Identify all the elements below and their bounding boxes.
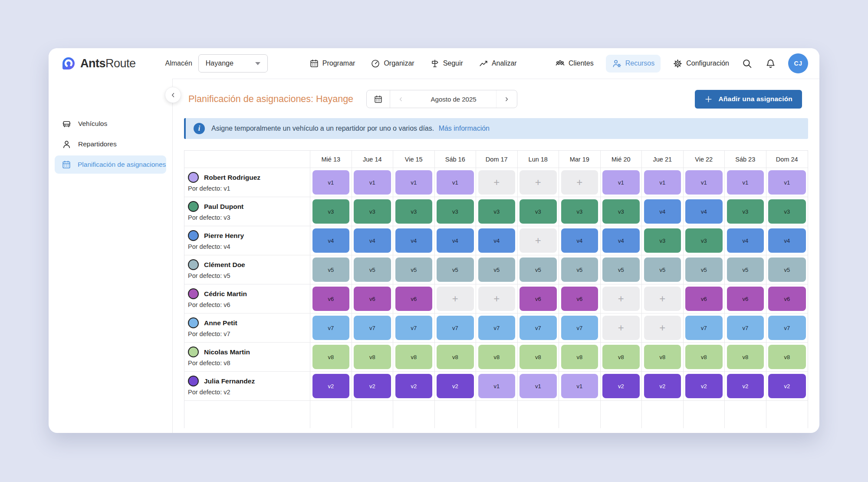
sidebar-collapse-button[interactable]: [165, 87, 181, 103]
assignment-chip[interactable]: v2: [727, 374, 764, 398]
assignment-chip[interactable]: v6: [727, 287, 764, 311]
assignment-cell[interactable]: v2: [310, 372, 352, 401]
assignment-chip[interactable]: v5: [768, 258, 806, 282]
assignment-cell[interactable]: v6: [310, 284, 352, 314]
assignment-cell[interactable]: v8: [601, 343, 642, 372]
assignment-chip[interactable]: v5: [644, 258, 681, 282]
assignment-chip[interactable]: v8: [727, 345, 764, 369]
assignment-cell[interactable]: v2: [684, 372, 725, 401]
nav-item-recursos[interactable]: Recursos: [606, 55, 661, 73]
assignment-chip[interactable]: v2: [437, 374, 474, 398]
assignment-cell[interactable]: v2: [725, 372, 766, 401]
assignment-chip[interactable]: v2: [685, 374, 723, 398]
assignment-cell[interactable]: v2: [766, 372, 808, 401]
assignment-chip[interactable]: v4: [602, 228, 640, 253]
assignment-cell[interactable]: v8: [684, 343, 725, 372]
assignment-cell[interactable]: v5: [518, 255, 559, 284]
assignment-cell[interactable]: +: [435, 284, 477, 314]
assignment-cell[interactable]: v2: [642, 372, 684, 401]
nav-item-programar[interactable]: Programar: [309, 59, 355, 68]
assignment-chip[interactable]: v3: [768, 199, 806, 224]
assignment-cell[interactable]: v6: [518, 284, 559, 314]
assignment-cell[interactable]: v3: [476, 197, 518, 226]
assignment-chip[interactable]: v3: [727, 199, 764, 224]
assignment-cell[interactable]: v1: [352, 168, 394, 197]
assignment-chip[interactable]: v4: [644, 199, 681, 224]
assignment-chip[interactable]: v4: [685, 199, 723, 224]
assignment-cell[interactable]: v8: [476, 343, 518, 372]
assignment-cell[interactable]: v8: [310, 343, 352, 372]
assignment-chip[interactable]: v6: [519, 287, 557, 311]
assignment-cell[interactable]: v4: [766, 226, 808, 255]
assignment-chip[interactable]: v1: [312, 170, 350, 195]
assignment-chip[interactable]: v6: [768, 287, 806, 311]
assignment-chip[interactable]: v1: [519, 374, 557, 398]
assignment-cell[interactable]: v4: [642, 197, 684, 226]
assignment-cell[interactable]: v6: [393, 284, 435, 314]
sidebar-item-repartidores[interactable]: Repartidores: [55, 135, 166, 153]
assignment-chip[interactable]: v3: [395, 199, 433, 224]
empty-assignment-chip[interactable]: +: [478, 170, 516, 195]
assignment-cell[interactable]: v1: [559, 372, 601, 401]
assignment-cell[interactable]: v1: [766, 168, 808, 197]
assignment-chip[interactable]: v3: [437, 199, 474, 224]
assignment-chip[interactable]: v2: [312, 374, 350, 398]
assignment-chip[interactable]: v3: [685, 228, 723, 253]
sidebar-item-planificaci-n-de-asignaciones[interactable]: Planificación de asignaciones: [55, 155, 166, 174]
assignment-cell[interactable]: +: [559, 168, 601, 197]
assignment-chip[interactable]: v8: [437, 345, 474, 369]
assignment-cell[interactable]: v1: [476, 372, 518, 401]
assignment-chip[interactable]: v4: [478, 228, 516, 253]
assignment-cell[interactable]: v4: [476, 226, 518, 255]
assignment-chip[interactable]: v5: [602, 258, 640, 282]
assignment-chip[interactable]: v4: [312, 228, 350, 253]
assignment-chip[interactable]: v5: [437, 258, 474, 282]
assignment-chip[interactable]: v2: [354, 374, 391, 398]
assignment-chip[interactable]: v8: [644, 345, 681, 369]
previous-period-button[interactable]: [390, 90, 411, 108]
assignment-cell[interactable]: v4: [393, 226, 435, 255]
empty-assignment-chip[interactable]: +: [437, 287, 474, 311]
assignment-cell[interactable]: v8: [518, 343, 559, 372]
assignment-chip[interactable]: v5: [519, 258, 557, 282]
assignment-cell[interactable]: v8: [642, 343, 684, 372]
nav-item-analizar[interactable]: Analizar: [479, 59, 517, 68]
sidebar-item-veh-culos[interactable]: Vehículos: [55, 115, 166, 133]
assignment-cell[interactable]: v3: [559, 197, 601, 226]
assignment-cell[interactable]: v5: [601, 255, 642, 284]
assignment-cell[interactable]: v7: [725, 314, 766, 343]
empty-assignment-chip[interactable]: +: [602, 316, 640, 340]
empty-assignment-chip[interactable]: +: [519, 228, 557, 253]
assignment-cell[interactable]: v5: [766, 255, 808, 284]
assignment-cell[interactable]: v3: [518, 197, 559, 226]
assignment-cell[interactable]: v5: [393, 255, 435, 284]
assignment-cell[interactable]: v1: [601, 168, 642, 197]
assignment-chip[interactable]: v6: [312, 287, 350, 311]
assignment-chip[interactable]: v8: [685, 345, 723, 369]
assignment-chip[interactable]: v8: [354, 345, 391, 369]
assignment-cell[interactable]: v4: [559, 226, 601, 255]
assignment-chip[interactable]: v3: [644, 228, 681, 253]
assignment-cell[interactable]: v7: [766, 314, 808, 343]
assignment-chip[interactable]: v1: [478, 374, 516, 398]
assignment-chip[interactable]: v7: [519, 316, 557, 340]
user-avatar[interactable]: CJ: [788, 53, 808, 73]
assignment-chip[interactable]: v8: [768, 345, 806, 369]
assignment-cell[interactable]: v3: [766, 197, 808, 226]
assignment-chip[interactable]: v6: [685, 287, 723, 311]
nav-item-clientes[interactable]: Clientes: [555, 59, 594, 69]
assignment-chip[interactable]: v1: [354, 170, 391, 195]
assignment-chip[interactable]: v8: [395, 345, 433, 369]
assignment-chip[interactable]: v4: [561, 228, 598, 253]
assignment-cell[interactable]: v8: [766, 343, 808, 372]
assignment-chip[interactable]: v7: [354, 316, 391, 340]
assignment-cell[interactable]: v1: [684, 168, 725, 197]
assignment-cell[interactable]: v7: [684, 314, 725, 343]
assignment-cell[interactable]: v7: [352, 314, 394, 343]
assignment-cell[interactable]: v7: [393, 314, 435, 343]
assignment-cell[interactable]: v6: [766, 284, 808, 314]
assignment-cell[interactable]: v3: [601, 197, 642, 226]
empty-assignment-chip[interactable]: +: [644, 287, 681, 311]
assignment-cell[interactable]: v3: [435, 197, 477, 226]
nav-item-configuración[interactable]: Configuración: [673, 59, 729, 69]
